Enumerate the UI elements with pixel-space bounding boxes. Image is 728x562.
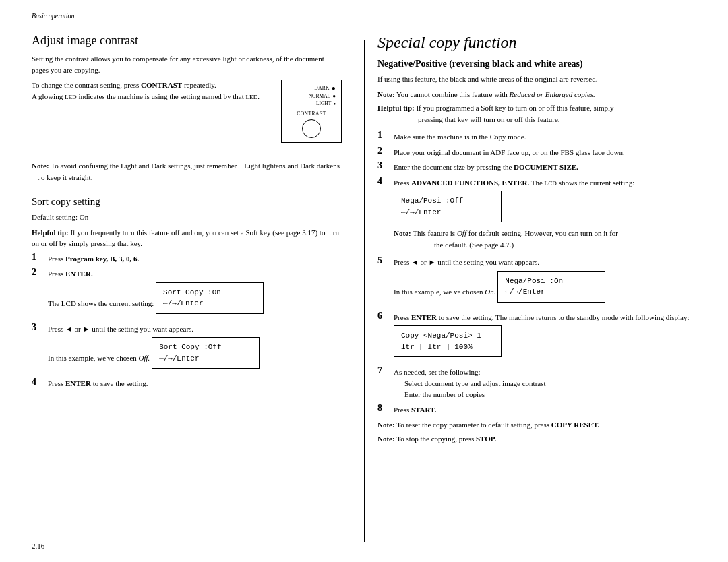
right-lcd3-line2: ltr [ ltr ] 100% — [401, 342, 494, 353]
right-note1: Note: To reset the copy parameter to def… — [377, 419, 708, 431]
contrast-text-label: CONTRAST — [287, 111, 336, 117]
sort-step3: 3 Press ◄ or ► until the setting you wan… — [32, 323, 342, 375]
sort-step3-content: Press ◄ or ► until the setting you want … — [48, 323, 342, 375]
page: Basic operation Adjust image contrast Se… — [0, 0, 728, 562]
right-step4-num: 4 — [377, 176, 391, 187]
neg-pos-title: Negative/Positive (reversing black and w… — [377, 59, 708, 69]
right-step3-num: 3 — [377, 160, 391, 171]
neg-pos-helpful-text2: pressing that key will turn on or off th… — [377, 115, 560, 123]
right-step8-num: 8 — [377, 403, 391, 414]
neg-pos-helpful-text: If you programmed a Soft key to turn on … — [416, 104, 613, 112]
right-lcd1: Nega/Posi :Off ←/→/Enter — [394, 191, 502, 222]
sort-step3-text: Press ◄ or ► until the setting you want … — [48, 325, 193, 333]
right-lcd2-line2: ←/→/Enter — [505, 286, 598, 298]
sort-lcd1-line2: ←/→/Enter — [163, 298, 256, 309]
adjust-note: Note: To avoid confusing the Light and D… — [32, 160, 342, 183]
right-step6-content: Press ENTER to save the setting. The mac… — [394, 312, 708, 363]
sort-step1-text: Press Program key, B, 3, 0, 6. — [48, 253, 342, 265]
right-step4-text: Press ADVANCED FUNCTIONS, ENTER. The LCD… — [394, 179, 634, 187]
adjust-body1: Setting the contrast allows you to compe… — [32, 53, 342, 75]
right-note1-text: To reset the copy parameter to default s… — [396, 420, 599, 429]
right-step5-content: Press ◄ or ► until the setting you want … — [394, 257, 708, 308]
right-lcd1-line2: ←/→/Enter — [401, 207, 494, 218]
sort-helpful-tip: Helpful tip: If you frequently turn this… — [32, 227, 342, 249]
right-step7-num: 7 — [377, 365, 391, 376]
page-number: 2.16 — [32, 542, 44, 550]
right-lcd2-line1: Nega/Posi :On — [505, 276, 598, 287]
adjust-body2: To change the contrast setting, press CO… — [32, 80, 261, 102]
right-step5-text: Press ◄ or ► until the setting you want … — [394, 258, 539, 266]
right-note2: Note: To stop the copying, press STOP. — [377, 433, 708, 445]
right-step7-text: As needed, set the following: — [394, 368, 481, 376]
right-lcd1-note-text: This feature is Off for default setting.… — [394, 229, 618, 249]
normal-label: NORMAL — [309, 93, 331, 99]
right-lcd3: Copy <Nega/Posi> 1 ltr [ ltr ] 100% — [394, 325, 502, 357]
right-step8: 8 Press START. — [377, 404, 708, 416]
right-step6-num: 6 — [377, 311, 391, 321]
right-step5-sub: In this example, we ve chosen On. — [394, 287, 496, 295]
contrast-circle — [302, 119, 321, 138]
neg-pos-helpful-label: Helpful tip: — [377, 104, 415, 112]
neg-pos-note-text: You cannot combine this feature with Red… — [396, 90, 595, 98]
adjust-title: Adjust image contrast — [32, 34, 342, 48]
right-step1-num: 1 — [377, 130, 391, 141]
right-lcd3-line1: Copy <Nega/Posi> 1 — [401, 330, 494, 342]
right-step6: 6 Press ENTER to save the setting. The m… — [377, 312, 708, 363]
sort-step2-text: Press ENTER. — [48, 270, 93, 278]
right-step7-sub1: Select document type and adjust image co… — [394, 378, 708, 389]
right-step2: 2 Place your original document in ADF fa… — [377, 147, 708, 158]
sort-lcd2-line1: Sort Copy :Off — [159, 342, 252, 353]
right-note2-label: Note: — [377, 435, 395, 443]
right-step5-num: 5 — [377, 255, 391, 266]
right-step1: 1 Make sure the machine is in the Copy m… — [377, 131, 708, 143]
light-label: LIGHT — [316, 100, 332, 106]
contrast-panel: DARK ● NORMAL ● LIGHT ● CONTRAST — [281, 80, 342, 143]
sort-copy-section: Sort copy setting Default setting: On He… — [32, 196, 342, 389]
right-step2-text: Place your original document in ADF face… — [394, 147, 708, 158]
dark-label: DARK — [314, 85, 329, 91]
column-divider — [364, 40, 365, 542]
adjust-note-label: Note: — [32, 162, 49, 170]
right-note2-text: To stop the copying, press STOP. — [396, 435, 496, 443]
right-lcd1-note-label: Note: — [394, 229, 411, 237]
right-step1-text: Make sure the machine is in the Copy mod… — [394, 131, 708, 143]
sort-step3-sub: In this example, we've chosen Off. — [48, 354, 150, 362]
right-step6-text: Press ENTER to save the setting. The mac… — [394, 313, 690, 321]
sort-helpful-text: If you frequently turn this feature off … — [32, 228, 339, 248]
sort-step2-num: 2 — [32, 267, 45, 278]
right-step7: 7 As needed, set the following: Select d… — [377, 367, 708, 400]
sort-helpful-label: Helpful tip: — [32, 228, 69, 237]
right-step3-text: Enter the document size by pressing the … — [394, 162, 708, 173]
right-column: Special copy function Negative/Positive … — [377, 34, 708, 447]
right-step5: 5 Press ◄ or ► until the setting you wan… — [377, 257, 708, 308]
right-step7-sub2: Enter the number of copies — [394, 389, 708, 400]
right-lcd1-line1: Nega/Posi :Off — [401, 195, 494, 207]
sort-step1: 1 Press Program key, B, 3, 0, 6. — [32, 253, 342, 265]
right-step2-num: 2 — [377, 146, 391, 156]
sort-step4-text: Press ENTER to save the setting. — [48, 378, 342, 389]
sort-step2: 2 Press ENTER. The LCD shows the current… — [32, 268, 342, 319]
sort-title: Sort copy setting — [32, 196, 342, 208]
sort-lcd2: Sort Copy :Off ←/→/Enter — [152, 337, 260, 369]
sort-step2-content: Press ENTER. The LCD shows the current s… — [48, 268, 342, 319]
sort-lcd1-line1: Sort Copy :On — [163, 287, 256, 299]
right-step3: 3 Enter the document size by pressing th… — [377, 162, 708, 173]
neg-pos-helpful: Helpful tip: If you programmed a Soft ke… — [377, 102, 708, 125]
neg-pos-note: Note: You cannot combine this feature wi… — [377, 89, 708, 100]
sort-step4: 4 Press ENTER to save the setting. — [32, 378, 342, 389]
right-lcd1-note: Note: This feature is Off for default se… — [394, 228, 708, 250]
right-note1-label: Note: — [377, 420, 395, 429]
right-step4: 4 Press ADVANCED FUNCTIONS, ENTER. The L… — [377, 177, 708, 253]
sort-lcd1: Sort Copy :On ←/→/Enter — [156, 282, 264, 314]
sort-lcd2-line2: ←/→/Enter — [159, 353, 252, 365]
breadcrumb: Basic operation — [32, 12, 75, 20]
left-column: Adjust image contrast Setting the contra… — [32, 34, 342, 389]
sort-step4-num: 4 — [32, 377, 45, 387]
sort-default: Default setting: On — [32, 212, 342, 223]
sort-step2-sub: The LCD shows the current setting: — [48, 299, 154, 307]
right-step7-content: As needed, set the following: Select doc… — [394, 367, 708, 400]
sort-step1-num: 1 — [32, 252, 45, 263]
adjust-note-text: To avoid confusing the Light and Dark se… — [32, 162, 340, 181]
right-lcd2: Nega/Posi :On ←/→/Enter — [497, 271, 605, 303]
neg-pos-body: If using this feature, the black and whi… — [377, 73, 708, 85]
